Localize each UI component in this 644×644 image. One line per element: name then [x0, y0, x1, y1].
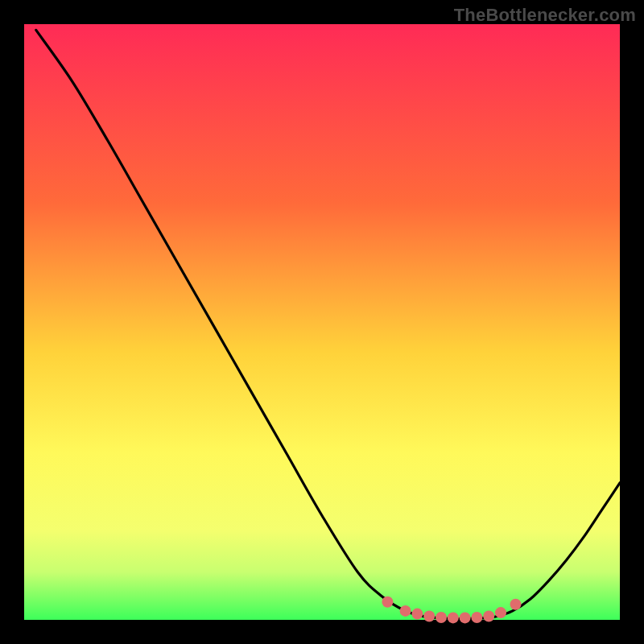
- optimal-marker-dot: [495, 607, 506, 618]
- optimal-marker-dot: [411, 609, 423, 620]
- optimal-marker-dot: [471, 612, 482, 623]
- optimal-marker-dot: [382, 597, 393, 608]
- chart-container: TheBottlenecker.com: [0, 0, 644, 644]
- chart-svg: [0, 0, 644, 644]
- watermark-text: TheBottlenecker.com: [454, 5, 636, 26]
- optimal-marker-dot: [510, 599, 522, 610]
- optimal-marker-dot: [436, 612, 447, 623]
- optimal-marker-dot: [423, 611, 435, 622]
- optimal-marker-dot: [448, 612, 459, 623]
- optimal-marker-dot: [460, 612, 471, 623]
- optimal-marker-dot: [400, 605, 411, 617]
- optimal-marker-dot: [483, 611, 494, 622]
- plot-background: [24, 24, 620, 620]
